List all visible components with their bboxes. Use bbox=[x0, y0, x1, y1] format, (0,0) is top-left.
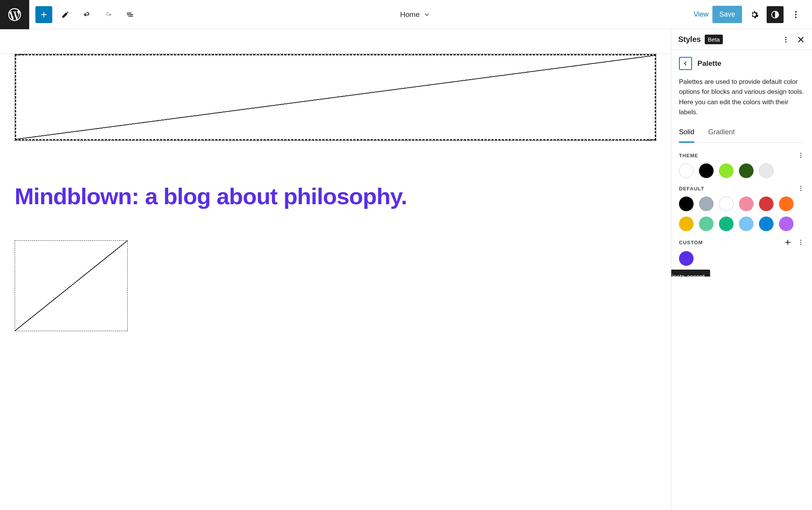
section-theme-label: Theme bbox=[679, 153, 699, 158]
secondary-tools: View Save bbox=[686, 6, 812, 23]
svg-point-11 bbox=[800, 188, 802, 189]
default-color-swatch[interactable] bbox=[719, 197, 734, 211]
view-link[interactable]: View bbox=[694, 10, 709, 18]
edit-tool-button[interactable] bbox=[57, 6, 74, 23]
default-color-swatch[interactable] bbox=[739, 217, 754, 231]
svg-point-10 bbox=[800, 186, 802, 187]
more-vertical-icon bbox=[797, 239, 804, 246]
styles-button[interactable] bbox=[767, 6, 784, 23]
more-options-button[interactable] bbox=[787, 6, 804, 23]
redo-button[interactable] bbox=[100, 6, 117, 23]
page-heading[interactable]: Mindblown: a blog about philosophy. bbox=[15, 183, 656, 210]
more-vertical-icon bbox=[782, 36, 790, 43]
redo-icon bbox=[104, 10, 113, 19]
more-vertical-icon bbox=[797, 152, 804, 159]
topbar: Home View Save bbox=[0, 0, 812, 29]
panel-title: Palette bbox=[697, 59, 721, 68]
default-color-swatch[interactable] bbox=[759, 197, 774, 211]
svg-point-4 bbox=[785, 37, 786, 38]
svg-point-5 bbox=[785, 39, 786, 40]
chevron-down-icon bbox=[423, 11, 430, 18]
contrast-icon bbox=[770, 10, 780, 19]
section-default-label: Default bbox=[679, 186, 704, 192]
svg-point-1 bbox=[795, 11, 797, 13]
palette-tabs: Solid Gradient bbox=[679, 128, 804, 143]
default-color-swatch[interactable] bbox=[699, 217, 714, 231]
pencil-icon bbox=[61, 10, 70, 19]
svg-point-12 bbox=[800, 190, 802, 191]
back-button[interactable] bbox=[679, 57, 692, 70]
theme-color-swatch[interactable] bbox=[759, 163, 774, 178]
theme-color-swatch[interactable] bbox=[699, 163, 714, 178]
custom-more-button[interactable] bbox=[797, 239, 804, 246]
default-color-swatch[interactable] bbox=[719, 217, 734, 231]
swatch-tooltip: Kinsta accent bbox=[671, 270, 710, 277]
sidebar-more-button[interactable] bbox=[782, 36, 790, 43]
save-button[interactable]: Save bbox=[712, 6, 742, 23]
undo-icon bbox=[82, 10, 92, 19]
header-image-placeholder[interactable] bbox=[15, 54, 656, 141]
panel-description: Palettes are used to provide default col… bbox=[679, 77, 804, 117]
theme-color-swatch[interactable] bbox=[739, 163, 754, 178]
default-color-swatch[interactable] bbox=[739, 197, 754, 211]
theme-swatches bbox=[679, 163, 804, 178]
add-custom-color-button[interactable] bbox=[784, 238, 792, 247]
default-more-button[interactable] bbox=[797, 185, 804, 192]
primary-tools bbox=[29, 6, 145, 23]
close-icon bbox=[797, 35, 805, 44]
theme-more-button[interactable] bbox=[797, 152, 804, 159]
chevron-left-icon bbox=[682, 60, 689, 67]
undo-button[interactable] bbox=[78, 6, 95, 23]
svg-point-13 bbox=[800, 240, 802, 241]
tab-solid[interactable]: Solid bbox=[679, 128, 694, 143]
svg-point-2 bbox=[795, 14, 797, 15]
wordpress-logo[interactable] bbox=[0, 0, 29, 29]
default-color-swatch[interactable] bbox=[679, 197, 694, 211]
document-title[interactable]: Home bbox=[145, 10, 686, 19]
canvas-header-spacer bbox=[0, 29, 671, 54]
svg-point-15 bbox=[800, 244, 802, 245]
gear-icon bbox=[750, 10, 759, 19]
editor-canvas[interactable]: Mindblown: a blog about philosophy. bbox=[0, 29, 671, 510]
section-custom-label: Custom bbox=[679, 240, 703, 245]
default-color-swatch[interactable] bbox=[779, 197, 794, 211]
beta-badge: Beta bbox=[705, 35, 723, 44]
default-color-swatch[interactable] bbox=[779, 217, 794, 231]
settings-button[interactable] bbox=[746, 6, 763, 23]
custom-color-swatch[interactable] bbox=[679, 251, 694, 266]
svg-point-8 bbox=[800, 155, 802, 156]
default-color-swatch[interactable] bbox=[759, 217, 774, 231]
theme-color-swatch[interactable] bbox=[719, 163, 734, 178]
svg-point-3 bbox=[795, 17, 797, 18]
close-sidebar-button[interactable] bbox=[797, 35, 805, 44]
list-view-button[interactable] bbox=[121, 6, 138, 23]
plus-icon bbox=[39, 10, 48, 19]
wordpress-icon bbox=[7, 7, 22, 22]
more-vertical-icon bbox=[791, 10, 800, 19]
palette-panel: Palette Palettes are used to provide def… bbox=[671, 50, 812, 277]
list-icon bbox=[125, 10, 135, 19]
custom-swatches: Kinsta accent bbox=[679, 251, 804, 266]
theme-color-swatch[interactable] bbox=[679, 163, 694, 178]
svg-point-6 bbox=[785, 41, 786, 42]
svg-point-7 bbox=[800, 153, 802, 154]
default-color-swatch[interactable] bbox=[679, 217, 694, 231]
document-title-text: Home bbox=[400, 10, 420, 19]
svg-point-9 bbox=[800, 157, 802, 158]
sidebar-title: Styles bbox=[678, 35, 701, 44]
more-vertical-icon bbox=[797, 185, 804, 192]
default-swatches bbox=[679, 197, 804, 231]
plus-icon bbox=[784, 238, 792, 247]
default-color-swatch[interactable] bbox=[699, 197, 714, 211]
styles-sidebar: Styles Beta Palette Palettes are used to… bbox=[671, 29, 812, 510]
add-block-button[interactable] bbox=[35, 6, 52, 23]
main: Mindblown: a blog about philosophy. Styl… bbox=[0, 29, 812, 510]
svg-point-14 bbox=[800, 242, 802, 243]
post-image-placeholder[interactable] bbox=[15, 240, 128, 331]
tab-gradient[interactable]: Gradient bbox=[708, 128, 735, 142]
sidebar-header: Styles Beta bbox=[671, 29, 812, 50]
